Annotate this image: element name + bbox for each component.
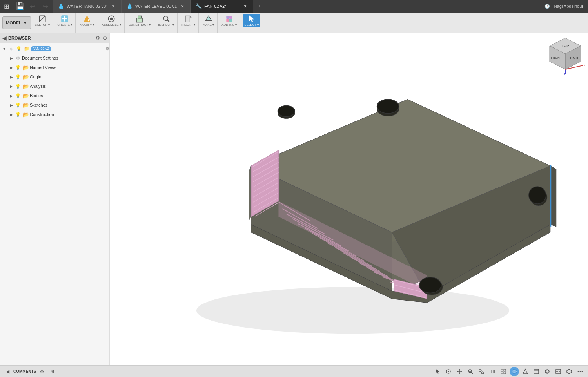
svg-marker-14 <box>190 16 191 17</box>
svg-rect-97 <box>490 370 495 373</box>
tab-close-btn[interactable]: ✕ <box>110 3 116 9</box>
browser-header: ◀ BROWSER ⚙ ⊕ <box>0 33 109 43</box>
named-views-arrow[interactable]: ▶ <box>9 65 14 70</box>
bodies-folder: 📂 <box>23 92 29 99</box>
svg-rect-17 <box>226 19 229 22</box>
more-btn[interactable] <box>575 367 585 376</box>
browser-collapse-icon[interactable]: ◀ <box>2 35 7 41</box>
origin-arrow[interactable]: ▶ <box>9 74 14 80</box>
tab-close-btn[interactable]: ✕ <box>242 3 248 9</box>
tab-water-tank[interactable]: 💧 WATER TANK-02 v3* ✕ <box>53 0 122 13</box>
sketches-arrow[interactable]: ▶ <box>9 102 14 108</box>
svg-point-117 <box>580 371 581 372</box>
nav-cube[interactable]: TOP RIGHT FRONT Z X <box>546 36 585 75</box>
root-settings[interactable]: ⚙ <box>105 46 109 51</box>
tab-water-level[interactable]: 💧 WATER LEVEL-01 v1 ✕ <box>122 0 191 13</box>
pan-tool[interactable] <box>455 367 464 376</box>
insert-caret: INSERT ▾ <box>181 23 195 27</box>
tab-fan02[interactable]: 🔧 FAN-02 v2* ✕ <box>191 0 253 13</box>
modify-button[interactable]: ✦ MODIFY ▾ <box>78 14 95 27</box>
named-views-folder: 📂 <box>23 64 29 71</box>
tree-root[interactable]: ▼ ◈ 💡 📁 FAN-02 v2 ⚙ <box>0 44 109 53</box>
browser-expand-icon[interactable]: ⊕ <box>103 35 107 41</box>
svg-marker-19 <box>249 15 254 22</box>
assemble-button[interactable]: ASSEMBLE ▾ <box>101 14 122 27</box>
model-dropdown[interactable]: MODEL ▼ <box>2 16 31 29</box>
analysis-arrow[interactable]: ▶ <box>9 83 14 89</box>
addins-group: ADD-INS ▾ <box>218 13 240 33</box>
svg-rect-108 <box>534 369 539 374</box>
render-mode[interactable] <box>521 367 530 376</box>
effects-btn[interactable] <box>543 367 552 376</box>
comments-settings[interactable]: ⊞ <box>48 367 56 376</box>
create-button[interactable]: CREATE ▾ <box>56 14 73 27</box>
addins-button[interactable]: ADD-INS ▾ <box>220 14 238 27</box>
inspect-caret: INSPECT ▾ <box>158 23 174 27</box>
redo-button[interactable]: ↪ <box>39 0 51 12</box>
tree-item-doc-settings[interactable]: ▶ ⚙ Document Settings <box>0 53 109 63</box>
svg-rect-92 <box>482 372 484 374</box>
origin-folder: 📂 <box>23 74 29 80</box>
display-mode[interactable] <box>488 367 497 376</box>
view-sphere[interactable] <box>510 367 519 376</box>
tab-icon: 💧 <box>58 3 64 9</box>
toolbar: MODEL ▼ SKETCH ▾ CREATE ▾ <box>0 13 588 33</box>
save-button[interactable]: 💾 <box>14 0 26 12</box>
undo-button[interactable]: ↩ <box>27 0 38 12</box>
viewport[interactable]: TOP RIGHT FRONT Z X <box>110 33 588 365</box>
inspect-group: INSPECT ▾ <box>155 13 178 33</box>
tree-item-bodies[interactable]: ▶ 💡 📂 Bodies <box>0 91 109 100</box>
svg-point-21 <box>196 287 509 334</box>
fit-tool[interactable] <box>477 367 486 376</box>
grid-toggle[interactable] <box>499 367 508 376</box>
inspect-button[interactable]: INSPECT ▾ <box>157 14 175 27</box>
view3d-btn[interactable] <box>564 367 574 376</box>
new-tab-button[interactable]: + <box>253 0 266 13</box>
make-button[interactable]: MAKE ▾ <box>201 14 215 27</box>
svg-rect-100 <box>501 369 503 371</box>
tree-item-origin[interactable]: ▶ 💡 📂 Origin <box>0 72 109 82</box>
model-caret: ▼ <box>23 20 27 25</box>
comments-collapse[interactable]: ◀ <box>3 367 12 376</box>
comments-add[interactable]: ⊕ <box>38 367 46 376</box>
doc-settings-arrow[interactable]: ▶ <box>9 55 14 61</box>
svg-rect-102 <box>501 372 503 374</box>
analysis-bulb: 💡 <box>15 83 21 89</box>
tree-item-named-views[interactable]: ▶ 💡 📂 Named Views <box>0 63 109 72</box>
svg-text:RIGHT: RIGHT <box>570 56 580 60</box>
statusbar: ◀ COMMENTS ⊕ ⊞ <box>0 365 588 377</box>
select-button[interactable]: SELECT ▾ <box>243 14 260 27</box>
app-grid-icon[interactable]: ⊞ <box>0 0 13 13</box>
zoom-tool[interactable] <box>466 367 475 376</box>
browser-title: BROWSER <box>8 36 94 40</box>
tree-item-construction[interactable]: ▶ 💡 📂 Construction <box>0 110 109 119</box>
svg-rect-91 <box>479 369 481 371</box>
history-icon[interactable]: 🕐 <box>544 4 550 9</box>
tree-item-analysis[interactable]: ▶ 💡 📂 Analysis <box>0 82 109 91</box>
svg-rect-101 <box>504 369 506 371</box>
select-caret: SELECT ▾ <box>244 23 259 27</box>
browser-btn[interactable] <box>532 367 541 376</box>
comments-section: ◀ COMMENTS ⊕ ⊞ <box>3 367 60 376</box>
snap-tool[interactable] <box>444 367 453 376</box>
svg-point-68 <box>529 187 546 204</box>
construction-arrow[interactable]: ▶ <box>9 112 14 117</box>
sketch-button[interactable]: SKETCH ▾ <box>34 14 51 27</box>
bodies-arrow[interactable]: ▶ <box>9 93 14 98</box>
cursor-tool[interactable] <box>433 367 442 376</box>
construct-button[interactable]: CONSTRUCT ▾ <box>127 14 152 27</box>
make-caret: MAKE ▾ <box>203 23 214 27</box>
browser-settings-icon[interactable]: ⚙ <box>96 35 100 41</box>
tree-item-sketches[interactable]: ▶ 💡 📂 Sketches <box>0 100 109 110</box>
insert-button[interactable]: INSERT ▾ <box>180 14 196 27</box>
doc-settings-label: Document Settings <box>22 56 109 60</box>
root-arrow[interactable]: ▼ <box>2 46 7 51</box>
tab-close-btn[interactable]: ✕ <box>179 3 185 9</box>
section-btn[interactable] <box>554 367 563 376</box>
assemble-caret: ASSEMBLE ▾ <box>102 23 121 27</box>
svg-rect-18 <box>229 19 232 22</box>
svg-marker-107 <box>523 369 528 374</box>
svg-marker-84 <box>436 369 439 374</box>
modify-group: ✦ MODIFY ▾ <box>76 13 98 33</box>
svg-text:TOP: TOP <box>562 44 569 48</box>
